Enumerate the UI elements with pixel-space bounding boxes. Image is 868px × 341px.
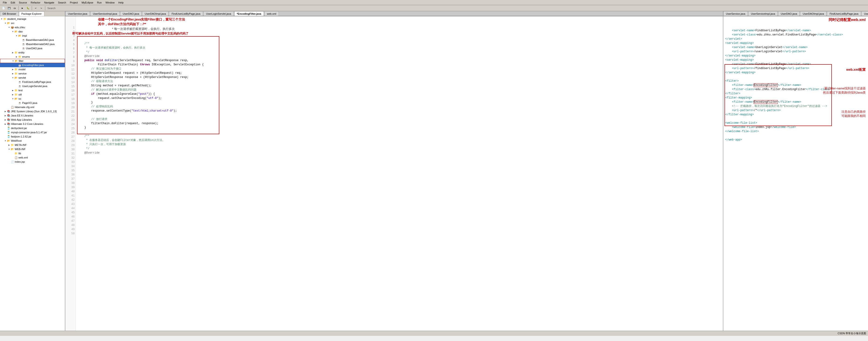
right-code-area[interactable]: <servlet-name>FindUserListByPage</servle…	[723, 23, 868, 331]
spacer-icon	[15, 85, 18, 88]
folder-icon: 📂	[7, 140, 10, 143]
lib-icon: 📚	[7, 110, 10, 113]
tree-jre-lib[interactable]: ▶ 📚 JRE System Library [Sun JDK 1.6.0_13…	[0, 109, 65, 114]
tree-dao[interactable]: ▼ 📂 dao	[0, 29, 65, 34]
lib-icon: 📚	[7, 114, 10, 117]
tree-userloginservlet[interactable]: ☕ UserLoginServlet.java	[0, 84, 65, 88]
menu-myeclipse[interactable]: MyEclipse	[80, 1, 95, 4]
tree-entity[interactable]: ▶ 📁 entity	[0, 51, 65, 55]
menu-navigate[interactable]: Navigate	[42, 1, 56, 4]
toolbar-debug[interactable]: 🐛	[25, 6, 31, 10]
tree-edu-zhku[interactable]: ▼ 📦 edu.zhku	[0, 25, 65, 29]
tree-encodingfilter[interactable]: ☕ EncodingFilter.java	[0, 63, 65, 67]
spacer-icon	[11, 156, 14, 159]
tree-mysql-jar[interactable]: 🫙 mysql-connector-java-5.1.47.jar	[0, 130, 65, 134]
tree-vo[interactable]: ▼ 📂 vo	[0, 97, 65, 101]
right-tab-userserviceimpl[interactable]: UserServiceImpl.java	[748, 11, 778, 16]
tree-webroot[interactable]: ▼ 📂 WebRoot	[0, 138, 65, 143]
tree-servlet[interactable]: ▼ 📂 servlet	[0, 75, 65, 80]
toolbar-run[interactable]: ▶	[20, 6, 25, 10]
chevron-down-icon: ▼	[11, 97, 14, 100]
tab-userloginservlet[interactable]: UserLoginServlet.java	[204, 11, 234, 16]
tree-lib[interactable]: 📁 lib	[0, 151, 65, 155]
tree-finduserlistbypage[interactable]: ☕ FindUserListByPage.java	[0, 80, 65, 84]
tree-webapp-lib[interactable]: ▶ 📚 Web App Libraries	[0, 118, 65, 122]
toolbar-new[interactable]: 📄	[1, 6, 6, 10]
menu-source[interactable]: Source	[17, 1, 29, 4]
tree-userdao[interactable]: ☕ UserDAO.java	[0, 46, 65, 51]
tree-model[interactable]: ▶ 📁 model	[0, 67, 65, 71]
tree-src[interactable]: ▼ 📂 src	[0, 21, 65, 25]
tab-package-explorer[interactable]: Package Explorer	[19, 11, 44, 16]
spacer-icon	[19, 42, 22, 46]
tree-basehibernatdao[interactable]: ☕ BaseHibernateDAO.java	[0, 38, 65, 42]
java-file-icon: ☕	[18, 85, 22, 88]
search-box[interactable]: Search	[46, 7, 57, 9]
right-tab-userloginservlet[interactable]: UserLoginServlet.java	[862, 11, 868, 16]
jsp-file-icon: 📄	[11, 160, 14, 163]
tab-finduserlistbypage[interactable]: FindUserListByPage.java	[169, 11, 203, 16]
tab-userdaoimpl[interactable]: UserDAOImpl.java	[142, 11, 168, 16]
folder-icon: 📁	[14, 152, 18, 155]
right-tab-userservice[interactable]: UserService.java	[723, 11, 748, 16]
chevron-down-icon: ▼	[15, 34, 18, 37]
chevron-right-icon: ▶	[4, 110, 7, 113]
tab-userdao[interactable]: UserDAO.java	[120, 11, 142, 16]
tab-userservice[interactable]: UserService.java	[65, 11, 90, 16]
tree-service[interactable]: ▶ 📁 service	[0, 71, 65, 75]
tree-web-inf[interactable]: ▼ 📂 WEB-INF	[0, 147, 65, 151]
java-file-icon: ☕	[22, 38, 25, 41]
tree-web-xml[interactable]: 📋 web.xml	[0, 155, 65, 160]
tree-javaee-lib[interactable]: ▶ 📚 Java EE 6 Libraries	[0, 114, 65, 118]
toolbar: 📄 💾 🗂 ▶ 🐛 ↩ ↪ Search	[0, 5, 868, 11]
tree-index-jsp[interactable]: 📄 index.jsp	[0, 160, 65, 164]
menu-edit[interactable]: Edit	[9, 1, 17, 4]
menu-run[interactable]: Run	[95, 1, 103, 4]
jar-icon: 🫙	[7, 135, 10, 138]
code-content[interactable]: /** * 每一次请求被拦截资源时，会执行。执行多次 */ @Override …	[76, 16, 723, 331]
menu-search[interactable]: Search	[56, 1, 68, 4]
folder-icon: 📂	[18, 34, 22, 37]
tree-meta-inf[interactable]: ▶ 📁 META-INF	[0, 143, 65, 147]
lib-icon: 📚	[7, 118, 10, 121]
menu-window[interactable]: Window	[103, 1, 117, 4]
package-icon: 📦	[11, 26, 14, 29]
tab-userserviceimpl[interactable]: UserServiceImpl.java	[90, 11, 120, 16]
tree-hibernate-cfg[interactable]: 📋 hibernate.cfg.xml	[0, 105, 65, 109]
tree-derbyclient[interactable]: 🫙 derbyclient.jar	[0, 126, 65, 130]
menu-bar: File Edit Source Refactor Navigate Searc…	[0, 0, 868, 5]
menu-project[interactable]: Project	[68, 1, 80, 4]
tree-fastjson-jar[interactable]: 🫙 fastjson-1.2.62.jar	[0, 134, 65, 138]
spacer-icon	[11, 152, 14, 155]
right-tab-userdao[interactable]: UserDAO.java	[778, 11, 800, 16]
toolbar-redo[interactable]: ↪	[39, 6, 44, 10]
tree-test[interactable]: ▶ 📁 test	[0, 88, 65, 92]
tree-filter[interactable]: ▼ 📂 filter	[0, 59, 65, 63]
xml-file-icon: 📋	[14, 156, 18, 159]
tree-impl[interactable]: ▼ 📂 impl	[0, 34, 65, 38]
status-right: CSDN 帝常在小海示意图	[838, 332, 866, 335]
middle-panel: UserService.java UserServiceImpl.java Us…	[65, 11, 723, 331]
tree-ibasehibernatdao[interactable]: ☕ IBaseHibernateDAO.java	[0, 42, 65, 46]
spacer-icon	[19, 47, 22, 50]
tree-enums[interactable]: ▶ 📁 enums	[0, 55, 65, 59]
toolbar-undo[interactable]: ↩	[33, 6, 38, 10]
tab-webxml-middle[interactable]: web.xml	[265, 11, 279, 16]
chevron-right-icon: ▶	[11, 51, 14, 54]
menu-file[interactable]: File	[1, 1, 9, 4]
tree-hibernate-lib[interactable]: ▶ 📚 Hibernate 3.2 Core Libraries	[0, 122, 65, 126]
editor-wrapper: 1 2 3 4 5 6 7 8 9 10 11 12 13 14 15 16 1…	[65, 16, 723, 331]
tab-encodingfilter[interactable]: *EncodingFilter.java	[234, 11, 264, 16]
tree-util[interactable]: ▶ 📁 util	[0, 92, 65, 97]
right-tab-userdaoimpl[interactable]: UserDAOImpl.java	[800, 11, 827, 16]
right-tab-finduserlistbypage[interactable]: FindUserListByPage.java	[827, 11, 861, 16]
menu-refactor[interactable]: Refactor	[29, 1, 42, 4]
tree-pagevo[interactable]: ☕ PageVO.java	[0, 101, 65, 105]
tab-db-browser[interactable]: DB Browser	[0, 11, 19, 16]
toolbar-saveall[interactable]: 🗂	[12, 6, 17, 10]
menu-help[interactable]: Help	[117, 1, 126, 4]
folder-icon: 📁	[14, 89, 18, 92]
toolbar-save[interactable]: 💾	[6, 6, 12, 10]
tree-student-manage[interactable]: ▼ 📁 student_manage	[0, 17, 65, 21]
folder-icon: 📁	[14, 68, 18, 71]
